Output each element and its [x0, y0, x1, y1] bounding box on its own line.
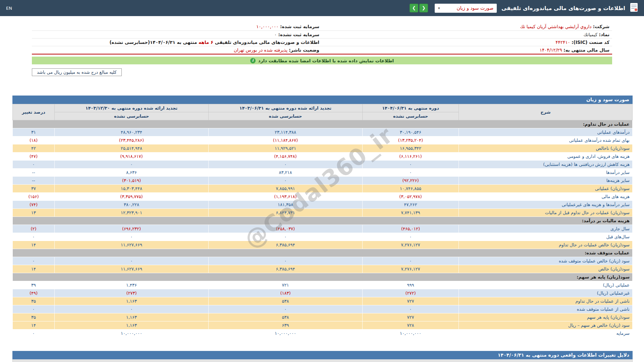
- value-cell: ۱,۱۶۳: [55, 321, 209, 329]
- value-cell: (۶۹۶,۲۳۲): [55, 225, 209, 233]
- value-cell: (۳,۳۵۹,۷۷۵): [55, 193, 209, 201]
- period-label: اطلاعات و صورت‌های مالی میاندوره‌ای تلفی…: [213, 40, 319, 45]
- table-row: سود(زیان) عملیات در حال تداوم قبل از مال…: [13, 209, 633, 217]
- amounts-unit-note: کلیه مبالغ درج شده به میلیون ریال می باش…: [32, 68, 122, 76]
- row-label: سود (زیان) خالص هر سهم – ریال: [459, 321, 633, 329]
- value-cell: ۱۱,۶۲۷,۶۶۹: [55, 241, 209, 249]
- value-cell: ۰: [209, 257, 363, 265]
- value-cell: ۷۲۱: [209, 281, 363, 289]
- row-label: سود(زیان) عملیاتی: [459, 185, 633, 193]
- value-cell: (۲۷۳): [55, 289, 209, 297]
- change-pct-cell: ۱۴: [13, 265, 55, 273]
- value-cell: (۹,۹۱۸,۶۱۷): [55, 153, 209, 161]
- value-cell: ۵۳۸: [209, 313, 363, 321]
- value-cell: ۰: [363, 305, 459, 313]
- next-statement-button[interactable]: ❯: [410, 4, 418, 12]
- value-cell: ۲۵,۵۱۴,۹۴۸: [55, 144, 209, 153]
- value-cell: ۱۱,۹۲۹,۵۲۱: [209, 144, 363, 153]
- table-row: سود (زیان) خالص هر سهم – ریال۷۲۸۶۳۹۱,۱۶۳…: [13, 321, 633, 329]
- value-cell: ۰: [209, 305, 363, 313]
- value-cell: ۲۳,۱۱۴,۳۸۸: [209, 128, 363, 136]
- change-pct-cell: ۳۵: [13, 313, 55, 321]
- info-row: سال مالی منتهی به: ۱۴۰۴/۱۲/۲۹ وضعیت ناشر…: [32, 46, 612, 54]
- change-pct-cell: (۱۸): [13, 136, 55, 144]
- changes-reasons-section: دلایل تغییرات اطلاعات واقعی دوره منتهی ب…: [12, 351, 633, 362]
- statement-select-value: صورت سود و زیان: [457, 5, 494, 11]
- change-pct-cell: (۷۴): [13, 201, 55, 209]
- table-row: سود(زیان) خالص عملیات در حال تداوم۷,۲۷۶,…: [13, 241, 633, 249]
- table-row: غیرعملیاتی (ریال)(۲۷۲)(۱۸۳)(۲۷۳)(۴۹): [13, 289, 633, 297]
- section-row: سود(زیان) پایه هر سهم:: [13, 273, 633, 281]
- header-row: شرح دوره منتهی به ۱۴۰۴/۰۶/۳۱ تجدید ارائه…: [13, 104, 633, 112]
- value-cell: ۱,۴۳۶: [55, 281, 209, 289]
- language-toggle[interactable]: EN: [6, 6, 12, 11]
- value-cell: ۵۳۸: [209, 297, 363, 305]
- col-restated-prior: تجدید ارائه شده دوره منتهی به ۱۴۰۳/۰۶/۳۱: [209, 104, 363, 112]
- info-icon: i: [250, 58, 256, 63]
- publisher-status-label: وضعیت ناشر:: [289, 47, 319, 53]
- income-statement: صورت سود و زیان شرح دوره منتهی به ۱۴۰۴/۰…: [12, 96, 633, 338]
- value-cell: ۰: [363, 233, 459, 241]
- changes-reasons-header: [12, 359, 633, 362]
- value-cell: (۱,۱۹۳,۶۱۸): [209, 193, 363, 201]
- symbol-value: كيمياتك: [584, 32, 598, 37]
- amounts-note-area: کلیه مبالغ درج شده به میلیون ریال می باش…: [32, 68, 612, 76]
- value-cell: ۷,۲۷۶,۱۲۷: [363, 241, 459, 249]
- value-cell: ۰: [55, 257, 209, 265]
- value-cell: ۴۷,۲۶۲: [363, 201, 459, 209]
- section-row: عملیات در حال تداوم:: [13, 120, 633, 128]
- isic-value: ۴۴۲۴۱۰: [555, 40, 570, 45]
- value-cell: ۷۲۷: [363, 297, 459, 305]
- value-cell: ۷,۲۷۶,۱۲۷: [363, 265, 459, 273]
- period-months: ۶ ماهه: [199, 40, 213, 45]
- change-pct-cell: (۴۹): [13, 289, 55, 297]
- row-label: ناشی از عملیات متوقف شده: [459, 305, 633, 313]
- table-row: سود (زیان) خالص عملیات متوقف شده۰۰۰۰: [13, 257, 633, 265]
- change-pct-cell: ۳۵: [13, 297, 55, 305]
- value-cell: ۰: [55, 233, 209, 241]
- table-row: سود(زیان) ناخالص۱۶,۹۵۵,۳۴۲۱۱,۹۲۹,۵۲۱۲۵,۵…: [13, 144, 633, 153]
- changes-reasons-title: دلایل تغییرات اطلاعات واقعی دوره منتهی ب…: [12, 351, 633, 359]
- value-cell: (۱۸۳): [209, 289, 363, 297]
- change-pct-cell: (۴۷): [13, 153, 55, 161]
- value-cell: ۷,۷۴۱,۱۳۹: [363, 209, 459, 217]
- publisher-status-value: پذیرفته شده در بورس تهران: [234, 47, 287, 53]
- change-pct-cell: (۱۵۶): [13, 193, 55, 201]
- statements-icon: [630, 3, 638, 13]
- value-cell: ۸,۶۳۶: [55, 169, 209, 177]
- table-row: درآمدهای عملیاتی۳۰,۱۹۰,۵۴۶۲۳,۱۱۴,۳۸۸۴۸,۹…: [13, 128, 633, 136]
- info-row: کد صنعت (ISIC): ۴۴۲۴۱۰ اطلاعات و صورت‌ها…: [32, 38, 612, 46]
- col-restated-prior-sub: حسابرسی شده: [209, 112, 363, 120]
- section-row: عملیات متوقف شده:: [13, 249, 633, 257]
- change-pct-cell: ۰: [13, 305, 55, 313]
- value-cell: ۱۲,۳۲۳,۹۰۱: [55, 209, 209, 217]
- income-statement-table: شرح دوره منتهی به ۱۴۰۴/۰۶/۳۱ تجدید ارائه…: [12, 104, 633, 338]
- col-restated-yearend-sub: حسابرسی نشده: [55, 112, 209, 120]
- table-row: هزینه های مالی(۳,۰۵۲,۹۷۸)(۱,۱۹۳,۶۱۸)(۳,۳…: [13, 193, 633, 201]
- col-restated-yearend: تجدید ارائه شده دوره منتهی به ۱۴۰۳/۱۲/۳۰: [55, 104, 209, 112]
- change-pct-cell: ۳۱: [13, 128, 55, 136]
- row-label: هزینه های مالی: [459, 193, 633, 201]
- table-row: سود(زیان) عملیاتی۱۰,۷۴۶,۸۵۵۷,۸۵۵,۹۹۱۱۵,۳…: [13, 185, 633, 193]
- fiscal-year-label: سال مالی منتهی به:: [564, 47, 609, 53]
- prev-statement-button[interactable]: ❮: [419, 4, 428, 12]
- table-row: ناشی از عملیات متوقف شده۰۰۰۰: [13, 305, 633, 313]
- table-row: سود(زیان) خالص۷,۲۷۶,۱۲۷۶,۳۸۵,۶۹۴۱۱,۶۲۷,۶…: [13, 265, 633, 273]
- value-cell: ۰: [55, 305, 209, 313]
- row-label: سرمایه: [459, 329, 633, 338]
- value-cell: ۱۰,۰۰۰,۰۰۰: [55, 329, 209, 338]
- symbol-label: نماد:: [599, 32, 609, 37]
- change-pct-cell: --: [13, 177, 55, 185]
- value-cell: ۶,۳۸۵,۶۹۴: [209, 265, 363, 273]
- value-cell: ۹۹۹: [363, 281, 459, 289]
- value-cell: ۰: [363, 161, 459, 169]
- chevron-down-icon: ▾: [438, 6, 440, 10]
- section-label: هزینه مالیات بر درآمد:: [13, 217, 633, 225]
- row-label: عملیاتی (ریال): [459, 281, 633, 289]
- company-label: شرکت:: [593, 24, 609, 29]
- value-cell: ۶۳۹: [209, 321, 363, 329]
- table-row: سایر درآمدها۰۸۳,۲۱۸۸,۶۳۶--: [13, 169, 633, 177]
- value-cell: ۰: [363, 257, 459, 265]
- statement-select[interactable]: صورت سود و زیان ▾: [435, 4, 497, 13]
- change-pct-cell: ۰: [13, 329, 55, 338]
